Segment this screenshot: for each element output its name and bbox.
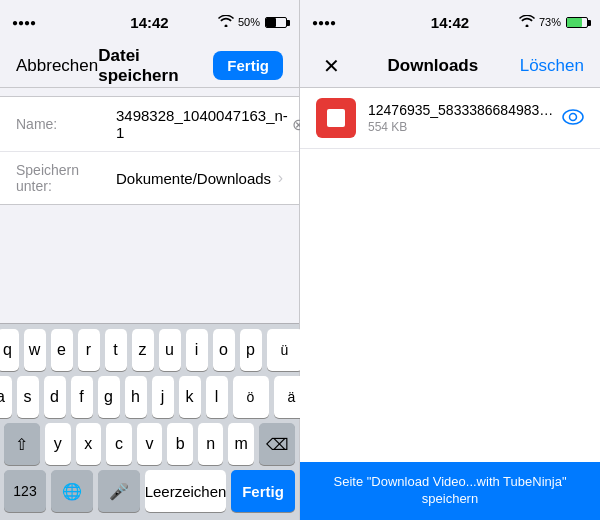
key-g[interactable]: g bbox=[98, 376, 120, 418]
key-e[interactable]: e bbox=[51, 329, 73, 371]
name-row: Name: 3498328_1040047163_n-1 ⊗ bbox=[0, 97, 299, 152]
form-section: Name: 3498328_1040047163_n-1 ⊗ Speichern… bbox=[0, 96, 299, 205]
keyboard-row-1: q w e r t z u i o p ü bbox=[0, 324, 299, 371]
done-button-left[interactable]: Fertig bbox=[213, 51, 283, 80]
svg-point-0 bbox=[563, 110, 583, 124]
wifi-icon-right bbox=[519, 15, 535, 29]
battery-left: 50% bbox=[238, 16, 287, 29]
shift-key[interactable]: ⇧ bbox=[4, 423, 40, 465]
save-under-value: Dokumente/Downloads bbox=[116, 170, 278, 187]
status-bar-left: ●●●● 14:42 50% bbox=[0, 0, 299, 44]
downloads-title: Downloads bbox=[388, 56, 479, 76]
download-size: 554 KB bbox=[368, 120, 554, 134]
key-w[interactable]: w bbox=[24, 329, 46, 371]
key-h[interactable]: h bbox=[125, 376, 147, 418]
key-l[interactable]: l bbox=[206, 376, 228, 418]
bottom-banner: Seite "Download Video...with TubeNinja" … bbox=[300, 462, 600, 520]
download-name: 12476935_583338668498328_104... bbox=[368, 102, 554, 118]
right-panel: ●●●● 14:42 73% ✕ Downloads Lösch bbox=[300, 0, 600, 520]
key-k[interactable]: k bbox=[179, 376, 201, 418]
status-icons-left: 50% bbox=[218, 15, 287, 29]
done-key-keyboard[interactable]: Fertig bbox=[231, 470, 295, 512]
download-item[interactable]: 12476935_583338668498328_104... 554 KB bbox=[300, 88, 600, 149]
key-p[interactable]: p bbox=[240, 329, 262, 371]
key-n[interactable]: n bbox=[198, 423, 224, 465]
download-info: 12476935_583338668498328_104... 554 KB bbox=[368, 102, 554, 134]
key-oe[interactable]: ö bbox=[233, 376, 269, 418]
signal-right: ●●●● bbox=[312, 17, 336, 28]
close-button[interactable]: ✕ bbox=[316, 51, 346, 81]
wifi-icon-left bbox=[218, 15, 234, 29]
key-b[interactable]: b bbox=[167, 423, 193, 465]
status-bar-right: ●●●● 14:42 73% bbox=[300, 0, 600, 44]
key-y[interactable]: y bbox=[45, 423, 71, 465]
key-c[interactable]: c bbox=[106, 423, 132, 465]
num-key[interactable]: 123 bbox=[4, 470, 46, 512]
cancel-button[interactable]: Abbrechen bbox=[16, 56, 98, 76]
nav-bar-left: Abbrechen Datei speichern Fertig bbox=[0, 44, 299, 88]
nav-title-left: Datei speichern bbox=[98, 46, 213, 86]
nav-bar-right: ✕ Downloads Löschen bbox=[300, 44, 600, 88]
battery-right: 73% bbox=[539, 16, 588, 29]
signal-left: ●●●● bbox=[12, 17, 36, 28]
key-j[interactable]: j bbox=[152, 376, 174, 418]
key-d[interactable]: d bbox=[44, 376, 66, 418]
mic-key[interactable]: 🎤 bbox=[98, 470, 140, 512]
key-q[interactable]: q bbox=[0, 329, 19, 371]
space-key[interactable]: Leerzeichen bbox=[145, 470, 226, 512]
key-z[interactable]: z bbox=[132, 329, 154, 371]
name-label: Name: bbox=[16, 116, 116, 132]
name-value[interactable]: 3498328_1040047163_n-1 bbox=[116, 107, 288, 141]
key-r[interactable]: r bbox=[78, 329, 100, 371]
download-list: 12476935_583338668498328_104... 554 KB bbox=[300, 88, 600, 462]
chevron-right-icon: › bbox=[278, 169, 283, 187]
battery-icons-right: 73% bbox=[519, 15, 588, 29]
keyboard-bottom-row: 123 🌐 🎤 Leerzeichen Fertig bbox=[0, 465, 299, 520]
eye-icon[interactable] bbox=[562, 107, 584, 130]
left-panel: ●●●● 14:42 50% Abbrechen Datei speic bbox=[0, 0, 300, 520]
time-left: 14:42 bbox=[130, 14, 168, 31]
key-o[interactable]: o bbox=[213, 329, 235, 371]
keyboard-row-2: a s d f g h j k l ö ä bbox=[0, 371, 299, 418]
key-f[interactable]: f bbox=[71, 376, 93, 418]
keyboard-row-3: ⇧ y x c v b n m ⌫ bbox=[0, 418, 299, 465]
key-ue[interactable]: ü bbox=[267, 329, 303, 371]
key-s[interactable]: s bbox=[17, 376, 39, 418]
key-m[interactable]: m bbox=[228, 423, 254, 465]
thumbnail-icon bbox=[327, 109, 345, 127]
key-a[interactable]: a bbox=[0, 376, 12, 418]
download-thumbnail bbox=[316, 98, 356, 138]
key-u[interactable]: u bbox=[159, 329, 181, 371]
key-i[interactable]: i bbox=[186, 329, 208, 371]
save-under-label: Speichern unter: bbox=[16, 162, 116, 194]
key-x[interactable]: x bbox=[76, 423, 102, 465]
key-v[interactable]: v bbox=[137, 423, 163, 465]
delete-key[interactable]: ⌫ bbox=[259, 423, 295, 465]
globe-key[interactable]: 🌐 bbox=[51, 470, 93, 512]
key-t[interactable]: t bbox=[105, 329, 127, 371]
keyboard: q w e r t z u i o p ü a s d f g h j k l … bbox=[0, 323, 299, 520]
delete-button[interactable]: Löschen bbox=[520, 56, 584, 76]
save-under-row[interactable]: Speichern unter: Dokumente/Downloads › bbox=[0, 152, 299, 204]
time-right: 14:42 bbox=[431, 14, 469, 31]
svg-point-1 bbox=[570, 113, 577, 120]
